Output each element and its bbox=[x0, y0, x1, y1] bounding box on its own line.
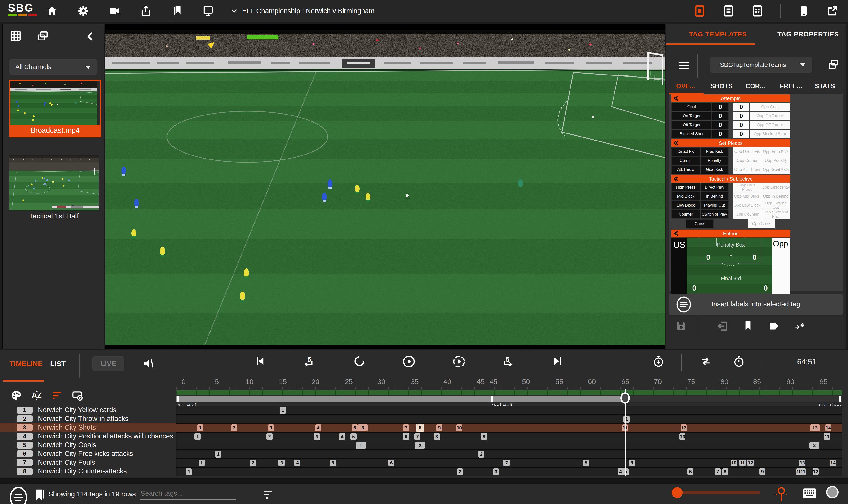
add-row-icon[interactable] bbox=[71, 390, 83, 401]
video-thumb-tactical[interactable]: Tactical 1st Half bbox=[9, 156, 99, 221]
timeline-row-label[interactable]: 1Norwich City Yellow cards bbox=[0, 406, 176, 414]
tab-tag-templates[interactable]: TAG TEMPLATES bbox=[689, 31, 747, 38]
us-attempt-count[interactable]: 0 bbox=[712, 130, 728, 138]
tag-chip[interactable]: 10 bbox=[679, 433, 685, 440]
us-attempt-button[interactable]: Blocked Shot bbox=[671, 130, 712, 138]
us-attempt-count[interactable]: 0 bbox=[712, 103, 728, 111]
collapse-section-icon[interactable] bbox=[673, 176, 679, 182]
timeline-row-label[interactable]: 8Norwich City Counter-attacks bbox=[0, 467, 176, 475]
timeline-lane[interactable]: 1234567891011121314 bbox=[176, 458, 842, 467]
penalty-box-opp-count[interactable]: 0 bbox=[753, 253, 756, 262]
playhead-knob[interactable] bbox=[620, 392, 630, 404]
tag-chip[interactable]: 2 bbox=[478, 451, 484, 457]
layout-grid-icon[interactable] bbox=[752, 5, 763, 17]
search-tags-input[interactable] bbox=[140, 487, 236, 500]
forward-5-icon[interactable]: 5 bbox=[501, 355, 514, 368]
tag-chip[interactable]: 12 bbox=[681, 425, 687, 431]
us-attempt-button[interactable]: On Target bbox=[671, 112, 712, 120]
opp-attempt-count[interactable]: 0 bbox=[733, 130, 749, 138]
tag-chip[interactable]: 10 bbox=[456, 425, 462, 431]
rows-menu-icon[interactable] bbox=[9, 486, 28, 504]
tag-chip[interactable]: 9 bbox=[436, 425, 443, 431]
tab-timeline[interactable]: TIMELINE bbox=[10, 360, 42, 368]
tag-chip[interactable]: 9 bbox=[759, 468, 765, 475]
tag-icon[interactable] bbox=[768, 320, 780, 332]
tag-chip[interactable]: 1 bbox=[280, 407, 286, 414]
timeline-lane[interactable]: 12 bbox=[176, 449, 842, 458]
final-3rd-opp-count[interactable]: 0 bbox=[763, 284, 768, 292]
layout-rows-icon[interactable] bbox=[723, 5, 735, 17]
keyboard-icon[interactable] bbox=[802, 487, 817, 499]
tag-chip[interactable]: 3 bbox=[314, 433, 320, 440]
opp-attempt-button[interactable]: Opp On Target bbox=[750, 112, 790, 120]
match-title-group[interactable]: EFL Championship : Norwich v Birmingham bbox=[231, 0, 375, 22]
opp-attempt-count[interactable]: 0 bbox=[733, 103, 749, 111]
tag-chip[interactable]: 8 bbox=[417, 425, 423, 431]
tab-list[interactable]: LIST bbox=[50, 360, 66, 368]
tag-chip[interactable]: 14 bbox=[830, 460, 836, 466]
live-button[interactable]: LIVE bbox=[92, 356, 124, 371]
bookmark-icon[interactable] bbox=[171, 5, 183, 17]
opp-attempt-button[interactable]: Opp Blocked Shot bbox=[750, 130, 790, 138]
tactical-us-button[interactable]: Direct Play bbox=[701, 183, 728, 192]
tag-chip[interactable]: 13 bbox=[810, 425, 820, 431]
center-playhead-icon[interactable] bbox=[773, 486, 789, 503]
us-attempt-button[interactable]: Goal bbox=[671, 103, 712, 111]
zoom-slider-knob[interactable] bbox=[672, 487, 683, 498]
set-piece-opp-button[interactable]: Opp Att.Throw bbox=[733, 165, 761, 174]
tactical-opp-button[interactable]: Opp Counter bbox=[733, 210, 761, 219]
timeline-lane[interactable]: 123456789101112 bbox=[176, 467, 842, 475]
tag-chip[interactable]: 5 bbox=[350, 433, 357, 440]
tag-chip[interactable]: 7 bbox=[403, 425, 409, 431]
play-frame-icon[interactable] bbox=[452, 355, 466, 368]
set-piece-us-button[interactable]: Goal Kick bbox=[701, 165, 728, 174]
tactical-opp-button[interactable]: Opp Switch of Play bbox=[761, 210, 790, 219]
tag-chip[interactable]: 12 bbox=[812, 468, 819, 475]
opp-attempt-button[interactable]: Opp Off Target bbox=[750, 121, 790, 129]
tactical-us-button[interactable]: Playing Out bbox=[701, 201, 728, 210]
tag-chip[interactable]: 1 bbox=[186, 468, 192, 475]
entries-opp-column[interactable]: Opp bbox=[772, 238, 790, 294]
tag-chip[interactable]: 3 bbox=[809, 442, 819, 449]
collapse-section-icon[interactable] bbox=[673, 230, 679, 237]
sbg-logo[interactable]: SBG bbox=[8, 2, 43, 16]
tag-chip[interactable]: 5 bbox=[351, 425, 358, 431]
section-header-set-pieces[interactable]: Set Pieces bbox=[671, 139, 790, 147]
tag-chip[interactable]: 5 bbox=[330, 460, 336, 466]
tactical-opp-button[interactable]: Opp In Behind bbox=[761, 192, 790, 201]
tag-chip[interactable]: 11 bbox=[739, 460, 745, 466]
tag-chip[interactable]: 3 bbox=[278, 460, 285, 466]
insert-labels-button[interactable]: Insert labels into selected tag bbox=[669, 294, 843, 316]
tactical-us-button[interactable]: Mid Block bbox=[671, 192, 700, 201]
tag-chip[interactable]: 2 bbox=[231, 425, 237, 431]
row-number-badge[interactable]: 4 bbox=[17, 433, 33, 440]
tag-chip[interactable]: 1 bbox=[215, 451, 221, 457]
collapse-section-icon[interactable] bbox=[673, 140, 679, 146]
subtab-shots[interactable]: SHOTS bbox=[710, 83, 733, 90]
tag-chip[interactable]: 3 bbox=[268, 425, 274, 431]
row-number-badge[interactable]: 7 bbox=[17, 459, 33, 466]
monitor-icon[interactable] bbox=[202, 5, 214, 17]
set-piece-opp-button[interactable]: Opp Penalty bbox=[761, 157, 790, 165]
tag-chip[interactable]: 11 bbox=[800, 468, 806, 475]
opp-attempt-count[interactable]: 0 bbox=[733, 121, 749, 129]
timeline-zoom-slider[interactable] bbox=[673, 491, 760, 494]
tactical-opp-button[interactable]: Opp Direct Play bbox=[761, 183, 790, 192]
subtab-freekicks[interactable]: FREE... bbox=[780, 83, 802, 90]
merge-tags-icon[interactable] bbox=[794, 320, 806, 332]
tag-chip[interactable]: 12 bbox=[747, 460, 754, 466]
save-icon[interactable] bbox=[675, 320, 687, 332]
tag-chip[interactable]: 1 bbox=[195, 433, 201, 440]
duplicate-view-icon[interactable] bbox=[37, 30, 49, 42]
external-link-icon[interactable] bbox=[827, 5, 838, 17]
us-attempt-count[interactable]: 0 bbox=[712, 112, 728, 120]
subtab-stats[interactable]: STATS bbox=[815, 83, 835, 90]
grid-view-icon[interactable] bbox=[10, 30, 21, 42]
tag-chip[interactable]: 1 bbox=[199, 460, 205, 466]
timeline-lane[interactable]: 123 bbox=[176, 440, 842, 449]
set-piece-us-button[interactable]: Penalty bbox=[701, 157, 728, 165]
subtab-corners[interactable]: COR... bbox=[745, 83, 765, 90]
phone-icon[interactable] bbox=[798, 5, 810, 17]
rewind-5-icon[interactable]: 5 bbox=[303, 355, 315, 368]
timeline-heat-strip[interactable] bbox=[176, 391, 842, 395]
